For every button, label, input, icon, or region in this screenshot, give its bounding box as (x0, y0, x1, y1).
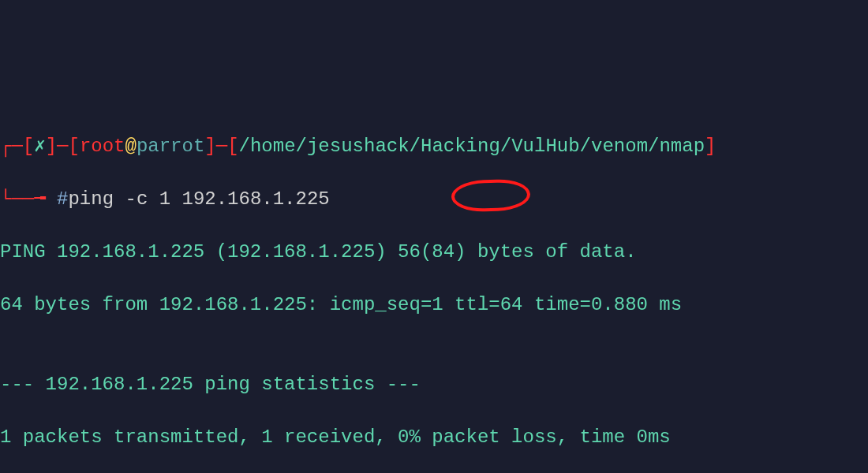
ping-header: PING 192.168.1.225 (192.168.1.225) 56(84… (0, 239, 868, 266)
prompt-prefix1: ┌─[ (0, 136, 34, 157)
prompt-prefix3: ]─[ (204, 136, 238, 157)
ping-reply: 64 bytes from 192.168.1.225: icmp_seq=1 … (0, 292, 868, 318)
prompt-line-1: ┌─[✗]─[root@parrot]─[/home/jesushack/Hac… (0, 133, 868, 160)
prompt-user: root (80, 136, 125, 157)
prompt-path: /home/jesushack/Hacking/VulHub/venom/nma… (239, 136, 705, 157)
prompt-line2-prefix: └──╼ (0, 188, 57, 210)
prompt-prefix4: ] (705, 136, 716, 157)
command-text: ping -c 1 192.168.1.225 (68, 188, 329, 210)
ping-stats-packets: 1 packets transmitted, 1 received, 0% pa… (0, 424, 868, 451)
prompt-line-2: └──╼ #ping -c 1 192.168.1.225 (0, 186, 868, 213)
ping-ttl-highlight: ttl=64 (455, 294, 522, 315)
prompt-hash: # (57, 188, 68, 210)
ping-reply-before: 64 bytes from 192.168.1.225: icmp_seq=1 (0, 294, 455, 315)
prompt-x-symbol: ✗ (34, 136, 45, 157)
prompt-at: @ (125, 136, 137, 157)
ping-stats-header: --- 192.168.1.225 ping statistics --- (0, 371, 868, 398)
prompt-host: parrot (137, 136, 204, 157)
ping-reply-after: time=0.880 ms (523, 294, 683, 315)
prompt-prefix2: ]─[ (46, 136, 80, 157)
terminal-output[interactable]: ┌─[✗]─[root@parrot]─[/home/jesushack/Hac… (0, 0, 868, 473)
